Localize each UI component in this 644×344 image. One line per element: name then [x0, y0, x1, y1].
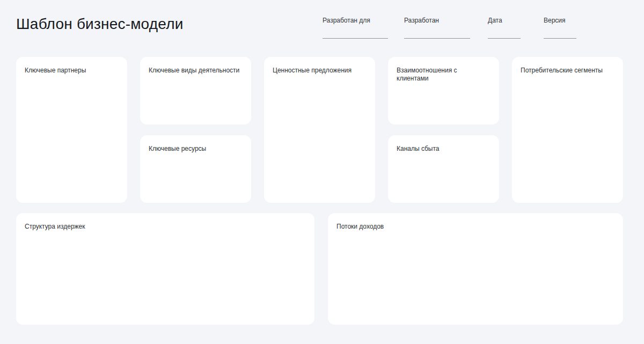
card-customer-segments[interactable]: Потребительские сегменты [512, 57, 623, 203]
field-designed-for-label: Разработан для [323, 17, 388, 24]
card-key-partners[interactable]: Ключевые партнеры [16, 57, 127, 203]
field-version-input[interactable] [544, 38, 576, 39]
card-cost-structure[interactable]: Структура издержек [16, 213, 314, 325]
field-designed-for: Разработан для [323, 17, 388, 39]
card-key-resources[interactable]: Ключевые ресурсы [140, 135, 251, 203]
field-version: Версия [544, 17, 576, 39]
field-designed-by-input[interactable] [404, 38, 470, 39]
field-version-label: Версия [544, 17, 576, 24]
card-revenue-streams-label: Потоки доходов [336, 223, 614, 231]
field-designed-by-label: Разработан [404, 17, 470, 24]
field-date-input[interactable] [488, 38, 521, 39]
column-activities-resources: Ключевые виды деятельности Ключевые ресу… [140, 57, 251, 203]
canvas-bottom-grid: Структура издержек Потоки доходов [16, 213, 623, 325]
field-designed-for-input[interactable] [323, 38, 388, 39]
card-value-propositions[interactable]: Ценностные предложения [264, 57, 375, 203]
column-relationships-channels: Взаимоотношения с клиентами Каналы сбыта [388, 57, 499, 203]
card-customer-relationships-label: Взаимоотношения с клиентами [397, 67, 491, 83]
field-date: Дата [488, 17, 521, 39]
card-key-activities[interactable]: Ключевые виды деятельности [140, 57, 251, 125]
card-cost-structure-label: Структура издержек [25, 223, 306, 231]
field-date-label: Дата [488, 17, 521, 24]
business-model-canvas-page: Шаблон бизнес-модели Разработан для Разр… [0, 0, 644, 344]
card-revenue-streams[interactable]: Потоки доходов [328, 213, 623, 325]
field-designed-by: Разработан [404, 17, 470, 39]
card-channels-label: Каналы сбыта [397, 145, 491, 153]
canvas-grid: Ключевые партнеры Ключевые виды деятельн… [16, 57, 623, 203]
card-key-activities-label: Ключевые виды деятельности [149, 67, 243, 75]
card-key-partners-label: Ключевые партнеры [25, 67, 119, 75]
card-key-resources-label: Ключевые ресурсы [149, 145, 243, 153]
card-customer-relationships[interactable]: Взаимоотношения с клиентами [388, 57, 499, 125]
card-channels[interactable]: Каналы сбыта [388, 135, 499, 203]
page-title: Шаблон бизнес-модели [16, 15, 184, 33]
card-value-propositions-label: Ценностные предложения [273, 67, 367, 75]
card-customer-segments-label: Потребительские сегменты [521, 67, 614, 75]
